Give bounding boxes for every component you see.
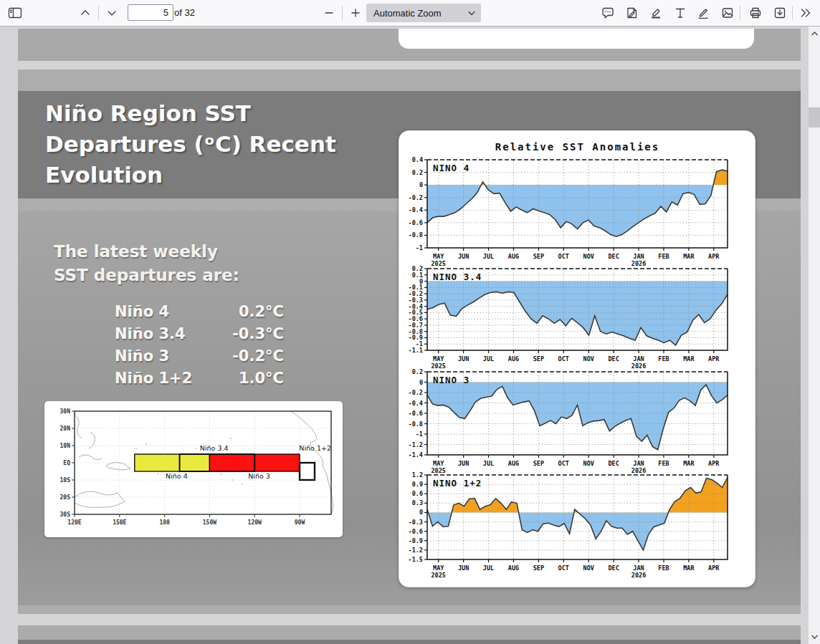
next-page-button[interactable] [101,0,123,26]
month-label: APR [708,253,720,260]
intro-line: The latest weekly [54,240,239,264]
table-row: Niño 3 -0.2°C [115,347,284,370]
subplot-name-label: NINO 3.4 [433,271,482,282]
month-label: APR [708,355,720,362]
draw-tool-button[interactable] [692,0,714,26]
island-dot [232,479,233,481]
island-dot [230,438,232,439]
sst-anomalies-chart-panel: Relative SST Anomalies0.40.20-0.2-0.4-0.… [399,130,755,587]
month-label: SEP [533,253,544,260]
month-label: JAN [633,460,644,467]
y-tick-label: 0 [419,509,423,516]
minus-icon [324,8,334,18]
zoom-out-button[interactable] [318,0,340,26]
signature-tool-button[interactable] [621,0,643,26]
print-button[interactable] [745,0,766,26]
image-tool-button[interactable] [717,0,738,26]
vertical-scrollbar[interactable] [809,27,820,644]
month-label: JUL [483,253,494,260]
y-tick-label: 0.4 [412,156,423,163]
month-label: JUL [483,564,494,572]
region-label: Niño 4 [166,472,188,480]
map-x-tick-label: 150W [203,519,216,526]
subplot-name-label: NINO 1+2 [433,478,482,489]
map-y-tick-label: 20N [60,426,71,432]
month-label: DEC [608,355,619,362]
month-label: NOV [583,460,594,467]
y-tick-label: 0.9 [412,481,423,488]
save-button[interactable] [769,0,791,26]
region-value: 0.2°C [218,303,284,320]
toolbar-separator [740,6,740,20]
coastline-path [75,491,125,507]
slide-title-line: Niño Region SST [45,98,336,129]
relative-sst-anomalies-chart: Relative SST Anomalies0.40.20-0.2-0.4-0.… [408,138,745,578]
coastline-path [106,462,130,470]
slide-title-line: Evolution [45,160,336,191]
scroll-down-button[interactable] [809,631,820,643]
month-label: APR [708,564,720,572]
region-box [300,463,315,480]
y-tick-label: -0.3 [409,519,423,526]
month-label: JUN [458,564,469,572]
zoom-in-button[interactable] [345,0,366,26]
month-label: MAR [683,253,695,260]
month-label: MAR [683,460,695,467]
double-chevron-right-icon [800,8,811,18]
toolbar-separator [98,6,99,20]
month-label: FEB [658,253,669,260]
y-tick-label: -0.2 [409,389,423,396]
previous-page-button[interactable] [75,0,96,26]
toggle-sidebar-button[interactable] [4,0,26,26]
month-label: SEP [533,355,544,362]
region-value: 1.0°C [218,370,284,387]
scroll-up-button[interactable] [809,28,820,39]
comment-tool-button[interactable] [597,0,619,26]
month-label: FEB [658,564,669,572]
toolbar-separator [792,6,793,20]
highlighter-icon [649,6,662,19]
region-label: Niño 3.4 [115,325,218,342]
region-label: Niño 4 [115,303,218,320]
month-label: AUG [508,253,519,260]
year-label: 2025 [431,260,445,267]
y-tick-label: -0.4 [409,206,423,213]
nino-regions-map: Niño 4Niño 3Niño 3.4Niño 1+2120E150E1801… [50,405,337,533]
table-row: Niño 1+2 1.0°C [115,370,284,392]
chevron-up-icon [811,31,819,37]
island-dot [146,443,147,445]
more-tools-button[interactable] [796,0,816,26]
signature-icon [626,6,639,19]
month-label: FEB [658,460,669,467]
month-label: JAN [633,355,644,362]
pdf-viewer-canvas: Niño Region SST Departures (ᵒC) Recent E… [0,27,820,644]
y-tick-label: -1.2 [409,441,423,448]
y-tick-label: 1.2 [412,471,423,479]
region-label: Niño 1+2 [299,444,331,452]
y-tick-label: -0.4 [409,400,423,407]
y-tick-label: -1.1 [409,347,423,354]
year-label: 2025 [431,467,445,474]
text-tool-button[interactable] [669,0,691,26]
printer-icon [749,6,762,19]
map-x-tick-label: 90W [295,519,305,526]
chart-title: Relative SST Anomalies [495,141,659,153]
month-label: DEC [608,460,619,467]
y-tick-label: -0.8 [409,231,423,239]
month-label: DEC [608,564,619,572]
coastline-path [89,433,95,448]
y-tick-label: -1 [416,244,423,251]
y-tick-label: -1.4 [409,451,423,458]
scrollbar-thumb[interactable] [809,107,820,128]
month-label: JUN [458,253,469,260]
plus-icon [351,8,361,18]
map-y-tick-label: 30N [60,408,71,415]
y-tick-label: 0 [419,181,423,188]
y-tick-label: 0.6 [412,490,423,497]
month-label: JUL [483,355,494,362]
zoom-level-select[interactable]: Automatic Zoom [366,4,481,22]
page-number-input[interactable] [128,4,173,21]
island-dot [157,474,158,475]
highlight-tool-button[interactable] [645,0,667,26]
slide-title-line: Departures (ᵒC) Recent [45,129,336,160]
